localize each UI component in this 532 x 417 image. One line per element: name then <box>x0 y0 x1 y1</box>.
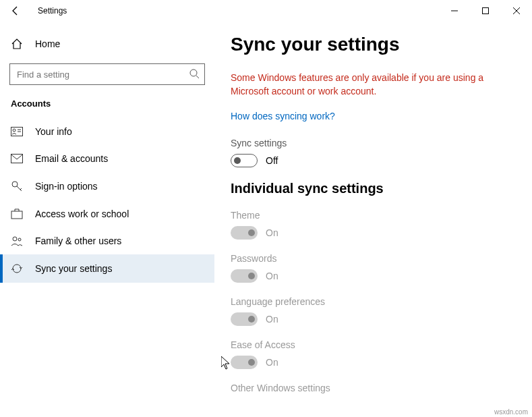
people-icon <box>11 235 23 246</box>
ease-toggle <box>231 356 258 369</box>
sidebar-item-label: Access work or school <box>35 208 129 219</box>
warning-text: Some Windows features are only available… <box>231 72 487 98</box>
sidebar-item-label: Family & other users <box>35 235 121 246</box>
sync-icon <box>11 262 23 275</box>
theme-label: Theme <box>231 210 512 221</box>
minimize-icon <box>451 7 458 14</box>
svg-rect-1 <box>483 8 489 14</box>
language-label: Language preferences <box>231 296 512 307</box>
sidebar-item-label: Email & accounts <box>35 153 108 164</box>
svg-point-15 <box>13 237 17 241</box>
close-icon <box>513 7 520 14</box>
close-button[interactable] <box>501 0 532 22</box>
sidebar-item-label: Sync your settings <box>35 263 112 274</box>
sidebar-item-work[interactable]: Access work or school <box>0 200 214 227</box>
key-icon <box>11 180 23 192</box>
passwords-state: On <box>266 271 278 281</box>
titlebar: Settings <box>0 0 532 22</box>
svg-rect-10 <box>11 155 23 163</box>
svg-line-5 <box>196 76 199 78</box>
watermark: wsxdn.com <box>494 408 528 416</box>
svg-line-13 <box>20 188 22 190</box>
svg-point-7 <box>13 129 16 132</box>
language-state: On <box>266 314 278 325</box>
briefcase-icon <box>11 208 23 219</box>
sync-settings-toggle[interactable] <box>231 154 258 167</box>
subheading: Individual sync settings <box>231 181 512 196</box>
sync-settings-state: Off <box>266 155 278 166</box>
home-button[interactable]: Home <box>0 32 214 55</box>
ease-state: On <box>266 357 278 368</box>
sidebar-item-label: Sign-in options <box>35 181 98 192</box>
sidebar-item-your-info[interactable]: Your info <box>0 118 214 145</box>
maximize-button[interactable] <box>470 0 501 22</box>
theme-toggle <box>231 226 258 240</box>
svg-point-4 <box>190 70 197 76</box>
sidebar-item-sync[interactable]: Sync your settings <box>0 254 214 283</box>
svg-point-11 <box>12 182 18 187</box>
main-content: Sync your settings Some Windows features… <box>214 22 532 417</box>
section-header: Accounts <box>0 99 214 118</box>
svg-point-16 <box>18 238 21 241</box>
minimize-button[interactable] <box>439 0 470 22</box>
sidebar-item-signin[interactable]: Sign-in options <box>0 172 214 200</box>
home-icon <box>11 38 23 50</box>
mail-icon <box>11 154 23 163</box>
ease-label: Ease of Access <box>231 339 512 350</box>
sidebar-item-email[interactable]: Email & accounts <box>0 145 214 172</box>
sidebar: Home Accounts Your info Email & accounts… <box>0 22 214 417</box>
window-controls <box>439 0 532 22</box>
other-label: Other Windows settings <box>231 383 512 393</box>
window-title: Settings <box>31 6 67 16</box>
sync-settings-label: Sync settings <box>231 138 512 148</box>
passwords-toggle <box>231 269 258 283</box>
page-title: Sync your settings <box>231 34 512 55</box>
search-box[interactable] <box>9 63 205 85</box>
passwords-label: Passwords <box>231 253 512 264</box>
search-input[interactable] <box>9 63 205 85</box>
sidebar-item-family[interactable]: Family & other users <box>0 227 214 254</box>
theme-state: On <box>266 227 278 238</box>
home-label: Home <box>35 38 60 49</box>
maximize-icon <box>482 7 489 14</box>
search-icon <box>189 68 200 79</box>
person-card-icon <box>11 127 23 136</box>
help-link[interactable]: How does syncing work? <box>231 111 335 121</box>
back-arrow-icon <box>10 5 21 16</box>
back-button[interactable] <box>0 0 31 22</box>
sidebar-item-label: Your info <box>35 126 72 137</box>
language-toggle <box>231 312 258 326</box>
svg-rect-14 <box>11 211 22 219</box>
